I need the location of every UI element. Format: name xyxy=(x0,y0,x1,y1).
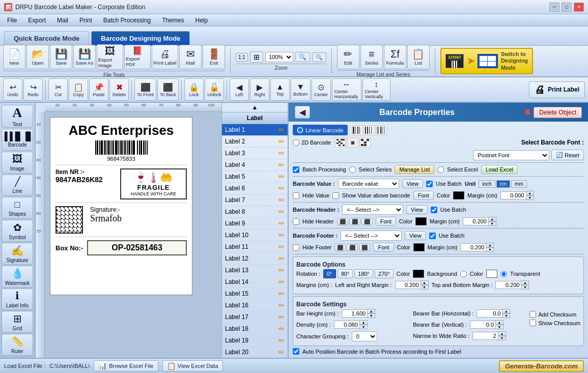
footer-view-button[interactable]: View xyxy=(405,231,426,240)
open-button[interactable]: 📂 Open xyxy=(26,45,49,69)
footer-margin-input[interactable] xyxy=(460,243,486,251)
menu-help[interactable]: Help xyxy=(190,16,213,25)
browse-excel-button[interactable]: 📊 Browse Excel File xyxy=(94,360,158,371)
density-input[interactable] xyxy=(334,321,359,329)
top-bottom-margin-input[interactable] xyxy=(495,281,521,289)
label-list-item-18[interactable]: Label 18 ✏ xyxy=(222,323,288,335)
barcode-value-view-button[interactable]: View xyxy=(402,179,424,188)
center-button[interactable]: ⊙ Center xyxy=(312,78,331,101)
manage-list-button[interactable]: Manage List xyxy=(395,165,434,174)
mail-button[interactable]: ✉ Mail xyxy=(179,45,202,69)
align-top-button[interactable]: ▲ Top xyxy=(270,78,290,101)
label-list-item-14[interactable]: Label 14 ✏ xyxy=(222,276,288,288)
to-front-button[interactable]: ⬛ To Front xyxy=(134,78,156,101)
label-list-item-19[interactable]: Label 19 ✏ xyxy=(222,335,288,347)
label-list-item-12[interactable]: Label 12 ✏ xyxy=(222,253,288,265)
export-pdf-button[interactable]: 📕 Export PDF xyxy=(124,45,151,69)
formula-button[interactable]: Σf Formula xyxy=(384,45,406,69)
header-margin-down[interactable]: ▼ xyxy=(488,221,496,226)
barcode-value-select[interactable]: Barcode value xyxy=(338,179,399,189)
header-use-batch-checkbox[interactable] xyxy=(431,207,437,213)
batch-processing-checkbox[interactable] xyxy=(293,166,299,173)
footer-color-picker[interactable] xyxy=(413,243,425,251)
sidebar-item-grid[interactable]: ⊞ Grid xyxy=(2,311,33,333)
bg-transparent-radio[interactable] xyxy=(500,271,507,277)
bearer-h-down[interactable]: ▼ xyxy=(502,313,510,318)
hide-footer-checkbox[interactable] xyxy=(293,244,299,251)
unit-cm-btn[interactable]: cm xyxy=(496,180,510,188)
center-v-button[interactable]: ↕ Center Vertically xyxy=(362,78,390,101)
narrow-wide-down[interactable]: ▼ xyxy=(498,336,506,340)
window-controls[interactable]: ─ □ ✕ xyxy=(549,3,584,12)
sidebar-item-line[interactable]: ╱ Line xyxy=(2,175,33,196)
barcode-2d-radio[interactable]: 2D Barcode xyxy=(293,139,331,146)
unit-mm-btn[interactable]: mm xyxy=(511,180,527,188)
cut-button[interactable]: ✂ Cut xyxy=(48,78,68,101)
add-checksum-checkbox[interactable] xyxy=(529,311,536,318)
print-label-toolbar-button[interactable]: 🖨 Print Label xyxy=(529,81,585,98)
left-right-margin-input[interactable] xyxy=(395,281,421,289)
footer-margin-down[interactable]: ▼ xyxy=(486,247,494,252)
margin-value-input[interactable] xyxy=(500,191,526,199)
bearer-v-input[interactable] xyxy=(470,321,495,329)
to-back-button[interactable]: ⬛ To Back xyxy=(157,78,179,101)
label-list-item-1[interactable]: Label 1 ✏ xyxy=(222,124,288,136)
menu-export[interactable]: Export xyxy=(23,16,51,25)
label-list-item-15[interactable]: Label 15 ✏ xyxy=(222,288,288,300)
save-button[interactable]: 💾 Save xyxy=(50,45,72,69)
header-margin-up[interactable]: ▲ xyxy=(488,217,496,221)
sidebar-item-watermark[interactable]: 💧 Watermark xyxy=(2,266,33,288)
sidebar-item-label-info[interactable]: ℹ Label Info xyxy=(2,289,33,310)
sidebar-item-text[interactable]: A Text xyxy=(2,105,33,128)
save-as-button[interactable]: 💾 Save As xyxy=(73,45,96,69)
align-bottom-button[interactable]: ▼ Bottom xyxy=(291,78,311,101)
bar-height-up[interactable]: ▲ xyxy=(367,309,375,313)
label-list-item-4[interactable]: Label 4 ✏ xyxy=(222,159,288,171)
header-font-button[interactable]: Font xyxy=(376,217,396,226)
zoom-in-button[interactable]: 🔍 xyxy=(295,52,310,62)
barcode-header-select[interactable]: <-- Select --> xyxy=(342,205,403,215)
undo-button[interactable]: ↩ Undo xyxy=(3,78,22,101)
center-h-button[interactable]: ↔ Center Horizontally xyxy=(332,78,361,101)
header-align-center[interactable]: ⬛ xyxy=(349,218,360,225)
footer-align-left[interactable]: ⬛ xyxy=(334,244,346,251)
close-btn[interactable]: ✕ xyxy=(574,3,584,12)
rotation-270-btn[interactable]: 270° xyxy=(375,269,394,278)
bearer-h-up[interactable]: ▲ xyxy=(502,309,510,313)
lock-button[interactable]: 🔒 Lock xyxy=(184,78,204,101)
label-list-item-3[interactable]: Label 3 ✏ xyxy=(222,148,288,159)
label-list-item-5[interactable]: Label 5 ✏ xyxy=(222,171,288,183)
edit-list-button[interactable]: ✏ Edit xyxy=(337,45,359,69)
footer-margin-up[interactable]: ▲ xyxy=(486,243,494,247)
lr-margin-down[interactable]: ▼ xyxy=(421,285,429,290)
margin-value-up[interactable]: ▲ xyxy=(526,191,534,195)
sidebar-item-image[interactable]: 🖼 Image xyxy=(2,152,33,174)
density-down[interactable]: ▼ xyxy=(359,325,368,329)
print-label-main-button[interactable]: 🖨 Print Label xyxy=(152,45,178,69)
tab-barcode-designing[interactable]: Barcode Designing Mode xyxy=(91,31,190,45)
label-list-item-11[interactable]: Label 11 ✏ xyxy=(222,241,288,253)
sidebar-item-barcode[interactable]: ▐▐▐▌▐▌ Barcode xyxy=(2,129,33,151)
rotation-180-btn[interactable]: 180° xyxy=(354,269,373,278)
header-margin-input[interactable] xyxy=(463,217,488,225)
show-value-above-checkbox[interactable] xyxy=(332,192,339,199)
zoom-1to1-button[interactable]: 1:1 xyxy=(236,53,248,62)
bearer-v-up[interactable]: ▲ xyxy=(495,320,503,325)
back-button[interactable]: ◀ xyxy=(295,106,310,119)
auto-position-checkbox[interactable] xyxy=(293,348,299,355)
menu-themes[interactable]: Themes xyxy=(157,16,189,25)
tb-margin-up[interactable]: ▲ xyxy=(521,280,529,285)
footer-align-right[interactable]: ⬛ xyxy=(359,244,370,251)
label-list-item-7[interactable]: Label 7 ✏ xyxy=(222,194,288,206)
label-list-item-8[interactable]: Label 8 ✏ xyxy=(222,206,288,218)
reset-button[interactable]: 🔄 Reset xyxy=(551,150,584,160)
zoom-fit-button[interactable]: ⊞ xyxy=(250,51,263,63)
footer-align-center[interactable]: ⬛ xyxy=(347,244,358,251)
sidebar-item-shapes[interactable]: □ Shapes xyxy=(2,197,33,219)
rotation-90-btn[interactable]: 90° xyxy=(338,269,353,278)
load-excel-button[interactable]: Load Excel xyxy=(481,165,518,174)
list-button[interactable]: 📋 List xyxy=(407,45,430,69)
tb-margin-down[interactable]: ▼ xyxy=(521,285,529,290)
hide-value-checkbox[interactable] xyxy=(293,192,299,199)
color-picker-value[interactable] xyxy=(453,191,464,199)
